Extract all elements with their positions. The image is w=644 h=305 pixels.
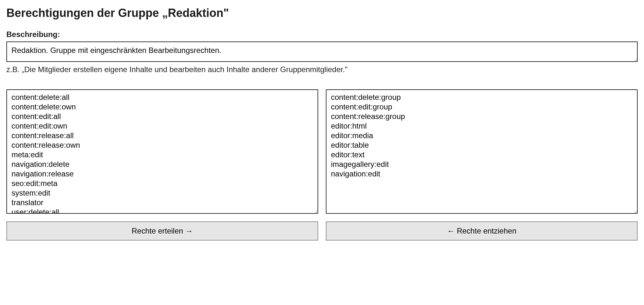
list-item[interactable]: content:release:all [10, 131, 314, 140]
list-item[interactable]: editor:table [330, 140, 634, 150]
revoke-rights-button[interactable]: ← Rechte entziehen [326, 221, 638, 241]
list-item[interactable]: navigation:release [10, 169, 314, 179]
list-item[interactable]: content:delete:all [10, 93, 314, 102]
available-permissions-list[interactable]: content:delete:allcontent:delete:owncont… [6, 89, 318, 214]
list-item[interactable]: imagegallery:edit [330, 160, 634, 169]
list-item[interactable]: meta:edit [10, 150, 314, 160]
assigned-permissions-list[interactable]: content:delete:groupcontent:edit:groupco… [326, 89, 638, 214]
page-title: Berechtigungen der Gruppe „Redaktion" [6, 6, 638, 20]
list-item[interactable]: editor:html [330, 121, 634, 131]
list-item[interactable]: translator [10, 198, 314, 207]
description-hint: z.B. „Die Mitglieder erstellen eigene In… [6, 65, 638, 74]
description-textarea[interactable] [6, 41, 638, 62]
grant-rights-button[interactable]: Rechte erteilen → [6, 221, 318, 241]
assigned-column: content:delete:groupcontent:edit:groupco… [326, 89, 638, 241]
list-item[interactable]: seo:edit:meta [10, 179, 314, 188]
list-item[interactable]: content:edit:all [10, 112, 314, 121]
list-item[interactable]: user:delete:all [10, 207, 314, 214]
list-item[interactable]: content:delete:group [330, 93, 634, 102]
list-item[interactable]: content:edit:group [330, 102, 634, 112]
list-item[interactable]: content:edit:own [10, 121, 314, 131]
permissions-columns: content:delete:allcontent:delete:owncont… [6, 89, 638, 241]
list-item[interactable]: navigation:edit [330, 169, 634, 179]
list-item[interactable]: system:edit [10, 188, 314, 198]
list-item[interactable]: content:delete:own [10, 102, 314, 112]
list-item[interactable]: navigation:delete [10, 160, 314, 169]
list-item[interactable]: content:release:own [10, 140, 314, 150]
available-column: content:delete:allcontent:delete:owncont… [6, 89, 318, 241]
list-item[interactable]: content:release:group [330, 112, 634, 121]
description-label: Beschreibung: [6, 30, 638, 39]
list-item[interactable]: editor:text [330, 150, 634, 160]
list-item[interactable]: editor:media [330, 131, 634, 140]
